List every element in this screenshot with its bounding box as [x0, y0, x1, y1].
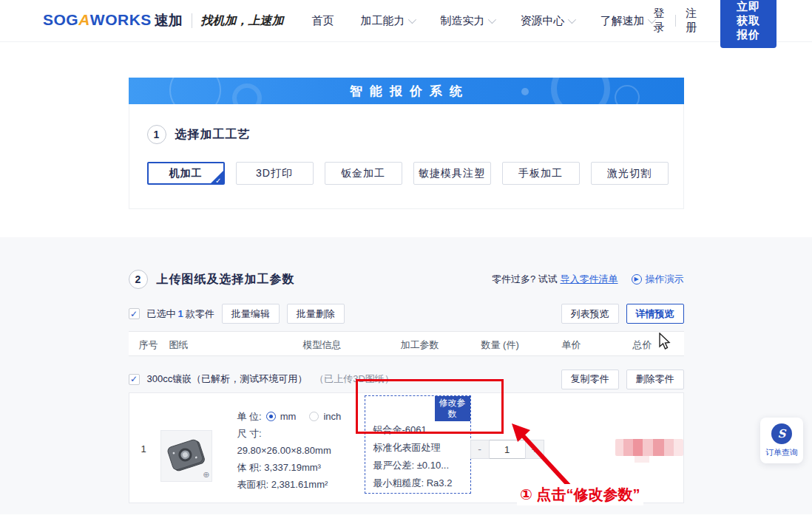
- banner-deco-dot: [521, 88, 529, 95]
- process-card: 1 选择加工工艺 机加工✓ 3D打印 钣金加工 敏捷模具注塑 手板加工 激光切割: [129, 104, 684, 209]
- detail-preview-button[interactable]: 详情预览: [626, 304, 684, 324]
- part-detail-card: 1 ⊕: [129, 392, 684, 503]
- banner-title: 智能报价系统: [342, 83, 470, 100]
- parts-table-header: 序号 图纸 模型信息 加工参数 数量 (件) 单价 总价: [129, 331, 684, 356]
- area-value: 2,381.61mm²: [271, 479, 328, 490]
- model-info: 单 位: mm inch 尺 寸: 29.80×26.00×8.80mm 体 积…: [237, 408, 342, 493]
- logo-text-right: WORKS: [90, 11, 152, 29]
- part-name: 300cc镶嵌（已解析，测试环境可用）: [147, 372, 308, 386]
- header-right: 登录 注册 立即获取报价: [654, 0, 777, 48]
- logo-bolt-icon: A: [78, 11, 90, 29]
- tab-3d-printing[interactable]: 3D打印: [236, 162, 314, 185]
- step1-title: 选择加工工艺: [175, 127, 251, 143]
- login-link[interactable]: 登录: [654, 7, 665, 35]
- part-upload-status: （已上传3D图纸）: [314, 372, 394, 386]
- size-label: 尺 寸:: [237, 425, 342, 442]
- tab-check-icon: ✓: [215, 177, 222, 185]
- step2-title: 上传图纸及选择加工参数: [157, 272, 295, 287]
- unit-inch-label[interactable]: inch: [323, 408, 341, 425]
- unit-mm-label[interactable]: mm: [280, 408, 297, 425]
- process-tabs: 机加工✓ 3D打印 钣金加工 敏捷模具注塑 手板加工 激光切割: [147, 162, 683, 185]
- import-parts-link[interactable]: 导入零件清单: [561, 273, 618, 285]
- magnifier-icon[interactable]: ⊕: [203, 470, 209, 480]
- param-tolerance: 最严公差: ±0.10...: [373, 457, 470, 474]
- get-quote-button[interactable]: 立即获取报价: [720, 0, 777, 48]
- qty-input[interactable]: [490, 440, 525, 459]
- area-line: 表面积: 2,381.61mm²: [237, 476, 342, 493]
- col-total-price: 总价: [633, 338, 652, 352]
- tab-rapid-molding[interactable]: 敏捷模具注塑: [413, 162, 491, 185]
- banner-deco-circle: [551, 78, 610, 104]
- machining-params-panel: 修改参数 铝合金-6061 标准化表面处理 最严公差: ±0.10... 最小粗…: [365, 395, 471, 494]
- selected-count: 1: [176, 308, 186, 319]
- order-query-label: 订单查询: [765, 447, 798, 458]
- volume-line: 体 积: 3,337.19mm³: [237, 459, 342, 476]
- selected-count-text: 已选中1款零件: [147, 307, 214, 321]
- banner-deco-circle: [232, 84, 262, 104]
- tab-laser-cutting[interactable]: 激光切割: [591, 162, 669, 185]
- too-many-parts-hint: 零件过多? 试试: [492, 273, 558, 285]
- chevron-down-icon: [407, 16, 416, 24]
- logo-cn: 速加: [155, 11, 183, 30]
- quote-section: 智能报价系统 1 选择加工工艺 机加工✓ 3D打印 钣金加工 敏捷模具注塑 手板…: [0, 42, 812, 237]
- quantity-stepper: - +: [470, 440, 544, 459]
- main-nav: 首页 加工能力 制造实力 资源中心 了解速加: [312, 14, 654, 28]
- modify-params-button[interactable]: 修改参数: [435, 396, 470, 421]
- banner-deco-circle: [169, 78, 221, 104]
- banner-deco-circle: [615, 85, 640, 104]
- qty-minus-button[interactable]: -: [470, 440, 490, 459]
- play-icon: ▶: [632, 274, 642, 285]
- logo[interactable]: SOGAWORKS 速加: [43, 11, 183, 30]
- batch-edit-button[interactable]: 批量编辑: [222, 304, 280, 324]
- top-navbar: SOGAWORKS 速加 找机加，上速加 首页 加工能力 制造实力 资源中心 了…: [0, 0, 812, 42]
- param-finish: 标准化表面处理: [373, 439, 470, 457]
- col-index: 序号: [139, 338, 158, 352]
- batch-delete-button[interactable]: 批量删除: [287, 304, 345, 324]
- nav-home[interactable]: 首页: [312, 14, 334, 28]
- col-params: 加工参数: [401, 338, 439, 352]
- col-model: 模型信息: [303, 338, 342, 352]
- select-all-checkbox[interactable]: ✓: [129, 308, 140, 319]
- demo-link[interactable]: ▶ 操作演示: [632, 273, 684, 286]
- nav-about[interactable]: 了解速加: [600, 14, 654, 28]
- tab-prototype[interactable]: 手板加工: [502, 162, 580, 185]
- brand-tagline: 找机加，上速加: [201, 13, 284, 29]
- chevron-down-icon: [567, 16, 575, 24]
- volume-value: 3,337.19mm³: [264, 462, 321, 473]
- step2-number: 2: [129, 270, 148, 289]
- nav-capability[interactable]: 加工能力: [361, 14, 414, 28]
- col-quantity: 数量 (件): [481, 338, 519, 352]
- order-query-icon: S: [771, 423, 792, 444]
- logo-text-left: SOG: [43, 11, 78, 29]
- quote-banner: 智能报价系统: [129, 78, 684, 104]
- chevron-down-icon: [487, 16, 495, 24]
- list-preview-button[interactable]: 列表预览: [561, 304, 619, 324]
- col-drawing: 图纸: [169, 338, 189, 352]
- step2-header: 2 上传图纸及选择加工参数 零件过多? 试试 导入零件清单 ▶ 操作演示: [129, 270, 684, 289]
- unit-mm-radio[interactable]: [266, 412, 276, 421]
- price-redacted: [615, 439, 683, 456]
- param-material: 铝合金-6061: [373, 421, 470, 439]
- order-query-button[interactable]: S 订单查询: [760, 418, 803, 463]
- delete-part-button[interactable]: 删除零件: [626, 370, 684, 389]
- nav-strength[interactable]: 制造实力: [441, 14, 494, 28]
- part-index: 1: [141, 443, 146, 454]
- qty-plus-button[interactable]: +: [525, 440, 544, 459]
- tab-cnc-machining[interactable]: 机加工✓: [147, 162, 225, 185]
- part-thumbnail[interactable]: ⊕: [160, 430, 212, 482]
- step1-number: 1: [147, 125, 166, 144]
- tab-sheet-metal[interactable]: 钣金加工: [325, 162, 402, 185]
- size-value: 29.80×26.00×8.80mm: [237, 442, 342, 459]
- param-roughness: 最小粗糙度: Ra3.2: [373, 474, 470, 492]
- selection-toolbar: ✓ 已选中1款零件 批量编辑 批量删除 列表预览 详情预览: [129, 304, 684, 324]
- part-row-header: ✓ 300cc镶嵌（已解析，测试环境可用） （已上传3D图纸） 复制零件 删除零…: [129, 368, 684, 390]
- col-unit-price: 单价: [562, 338, 581, 352]
- upload-section: 2 上传图纸及选择加工参数 零件过多? 试试 导入零件清单 ▶ 操作演示 ✓ 已: [0, 237, 812, 514]
- unit-inch-radio[interactable]: [309, 412, 319, 421]
- register-link[interactable]: 注册: [686, 7, 697, 35]
- copy-part-button[interactable]: 复制零件: [561, 370, 619, 389]
- part-checkbox[interactable]: ✓: [129, 374, 140, 385]
- step1-header: 1 选择加工工艺: [129, 104, 683, 144]
- page: SOGAWORKS 速加 找机加，上速加 首页 加工能力 制造实力 资源中心 了…: [0, 0, 812, 521]
- nav-resources[interactable]: 资源中心: [521, 14, 574, 28]
